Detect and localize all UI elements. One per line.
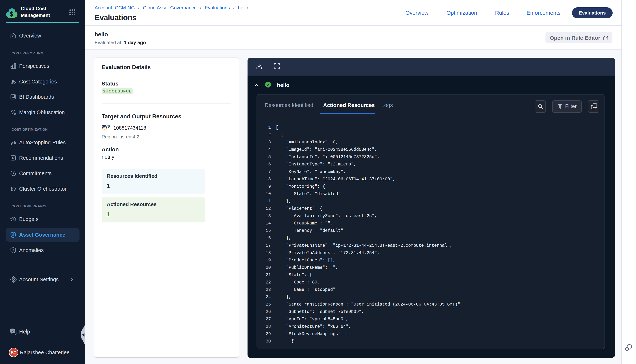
svg-text:aws: aws (102, 124, 110, 128)
svg-text:?: ? (12, 329, 14, 332)
svg-text:$: $ (12, 233, 14, 236)
svg-text:$: $ (13, 217, 14, 221)
svg-text:$: $ (10, 10, 14, 18)
